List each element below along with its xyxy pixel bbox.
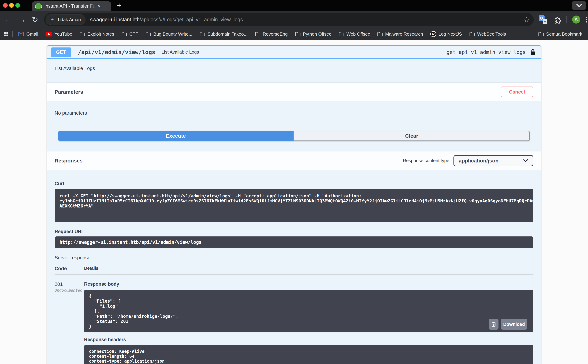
- bookmark-folder-bug-bounty[interactable]: Bug Bounty Write...: [146, 31, 193, 37]
- folder-icon: [377, 32, 383, 36]
- bookmark-log-nextjs[interactable]: N Log NextJS: [430, 31, 462, 37]
- fullscreen-window-button[interactable]: [15, 3, 20, 8]
- execute-row: Execute Clear: [58, 131, 530, 141]
- response-row: 201 Undocumented Response body { "Files"…: [55, 274, 533, 364]
- warning-icon: ⚠: [50, 17, 55, 23]
- bookmarks-divider: [532, 31, 532, 37]
- http-method-badge: GET: [51, 47, 71, 57]
- url-text: swagger-ui.instant.htb/apidocs/#/Logs/ge…: [90, 17, 523, 23]
- server-response-label: Server response: [55, 255, 533, 260]
- bookmark-folder-reverseeng[interactable]: ReverseEng: [255, 31, 288, 37]
- opblock-get-logs: GET /api/v1/admin/view/logs List Availab…: [47, 45, 541, 364]
- bookmark-folder-exploit-notes[interactable]: Exploit Notes: [80, 31, 114, 37]
- request-url-label: Request URL: [55, 229, 533, 234]
- new-tab-button[interactable]: +: [117, 2, 122, 9]
- bookmark-folder-ctf[interactable]: CTF: [122, 31, 138, 37]
- content-type-value: application/json: [459, 158, 498, 164]
- traffic-lights: [3, 3, 20, 8]
- response-body-label: Response body: [84, 281, 533, 287]
- parameters-title: Parameters: [55, 89, 83, 95]
- browser-tab[interactable]: {···} Instant API - Transfer Funds W ×: [32, 1, 111, 11]
- toolbar-divider: [566, 16, 567, 23]
- undocumented-note: Undocumented: [55, 288, 84, 292]
- translate-icon[interactable]: G★: [539, 15, 547, 24]
- security-chip-label: Tidak Aman: [57, 17, 81, 22]
- tab-search-button[interactable]: [572, 1, 586, 10]
- chevron-down-icon: [576, 4, 582, 7]
- minimize-window-button[interactable]: [9, 3, 14, 8]
- security-chip[interactable]: ⚠ Tidak Aman: [45, 14, 85, 25]
- toolbar-icons: G★ A: [539, 15, 587, 24]
- folder-icon: [255, 32, 260, 36]
- url-host: swagger-ui.instant.htb: [90, 17, 140, 22]
- curl-label: Curl: [55, 181, 533, 186]
- tab-title: Instant API - Transfer Funds W: [44, 3, 97, 9]
- response-headers-label: Response headers: [84, 337, 533, 342]
- reload-button[interactable]: ↻: [32, 16, 38, 23]
- forward-button[interactable]: →: [18, 16, 26, 23]
- bookmark-youtube[interactable]: YouTube: [45, 31, 72, 37]
- apps-grid-icon[interactable]: [4, 32, 8, 36]
- profile-avatar[interactable]: A: [572, 16, 580, 24]
- execute-button[interactable]: Execute: [58, 131, 293, 141]
- response-headers-block: connection: Keep-Alive content-length: 6…: [84, 345, 533, 364]
- endpoint-path: /api/v1/admin/view/logs: [78, 49, 155, 55]
- tab-close-icon[interactable]: ×: [98, 3, 101, 9]
- response-body-json: { "Files": [ "1.log" ], "Path": "/home/s…: [84, 290, 533, 332]
- clipboard-icon: [491, 322, 496, 327]
- folder-icon: [146, 32, 151, 36]
- bookmarks-divider: [12, 31, 13, 37]
- address-bar[interactable]: ⚠ Tidak Aman swagger-ui.instant.htb/apid…: [44, 13, 534, 26]
- tab-strip: {···} Instant API - Transfer Funds W × +: [0, 0, 588, 11]
- chevron-down-icon: [523, 159, 528, 162]
- responses-title: Responses: [55, 158, 83, 164]
- back-button[interactable]: ←: [5, 16, 12, 23]
- youtube-icon: [45, 32, 52, 36]
- extensions-puzzle-icon[interactable]: [553, 16, 561, 24]
- folder-icon: [122, 32, 127, 36]
- responses-header: Responses Response content type applicat…: [47, 151, 541, 170]
- close-window-button[interactable]: [3, 3, 8, 8]
- operation-description: List Available Logs: [47, 59, 541, 82]
- content-type-select[interactable]: application/json: [453, 155, 533, 166]
- request-url-value: http://swagger-ui.instant.htb/api/v1/adm…: [55, 236, 533, 248]
- opblock-summary[interactable]: GET /api/v1/admin/view/logs List Availab…: [47, 46, 541, 59]
- all-bookmarks-button[interactable]: Semua Bookmark: [538, 31, 582, 37]
- folder-icon: [538, 32, 544, 36]
- bookmark-folder-malware-research[interactable]: Malware Research: [377, 31, 423, 37]
- bookmarks-bar: Gmail YouTube Exploit Notes CTF Bug Boun…: [0, 28, 588, 40]
- bookmark-gmail[interactable]: Gmail: [18, 31, 38, 37]
- responses-body: Curl curl -X GET "http://swagger-ui.inst…: [47, 170, 541, 364]
- endpoint-summary: List Available Logs: [162, 49, 199, 55]
- no-parameters-text: No parameters: [47, 101, 541, 127]
- browser-toolbar: ← → ↻ ⚠ Tidak Aman swagger-ui.instant.ht…: [0, 11, 588, 28]
- copy-to-clipboard-button[interactable]: [489, 319, 498, 330]
- bookmark-folder-subdomain-takeover[interactable]: Subdomain Takeo...: [200, 31, 247, 37]
- bookmark-star-icon[interactable]: ☆: [523, 15, 530, 24]
- page-content: GET /api/v1/admin/view/logs List Availab…: [0, 45, 588, 364]
- response-table-header: Code Details: [55, 266, 533, 274]
- folder-icon: [80, 32, 85, 36]
- operation-id: get_api_v1_admin_view_logs: [446, 49, 526, 55]
- bookmark-folder-web-offsec[interactable]: Web Offsec: [339, 31, 370, 37]
- status-code: 201: [55, 281, 84, 287]
- cancel-button[interactable]: Cancel: [501, 87, 533, 97]
- folder-icon: [469, 32, 475, 36]
- swagger-favicon-icon: {···}: [35, 3, 42, 9]
- content-type-label: Response content type: [403, 158, 449, 163]
- folder-icon: [339, 32, 344, 36]
- bookmark-folder-websec-tools[interactable]: WebSec Tools: [469, 31, 506, 37]
- parameters-header: Parameters Cancel: [47, 82, 541, 101]
- auth-lock-icon[interactable]: [530, 49, 536, 55]
- folder-icon: [200, 32, 205, 36]
- gmail-icon: [18, 32, 24, 36]
- curl-command: curl -X GET "http://swagger-ui.instant.h…: [55, 189, 533, 222]
- details-column-header: Details: [84, 266, 98, 271]
- clear-button[interactable]: Clear: [293, 131, 530, 141]
- bookmark-folder-python-offsec[interactable]: Python Offsec: [295, 31, 331, 37]
- folder-icon: [295, 32, 301, 36]
- nextjs-icon: N: [430, 31, 436, 37]
- url-path: /apidocs/#/Logs/get_api_v1_admin_view_lo…: [140, 17, 243, 22]
- browser-menu-icon[interactable]: [586, 17, 587, 23]
- download-button[interactable]: Download: [501, 319, 527, 330]
